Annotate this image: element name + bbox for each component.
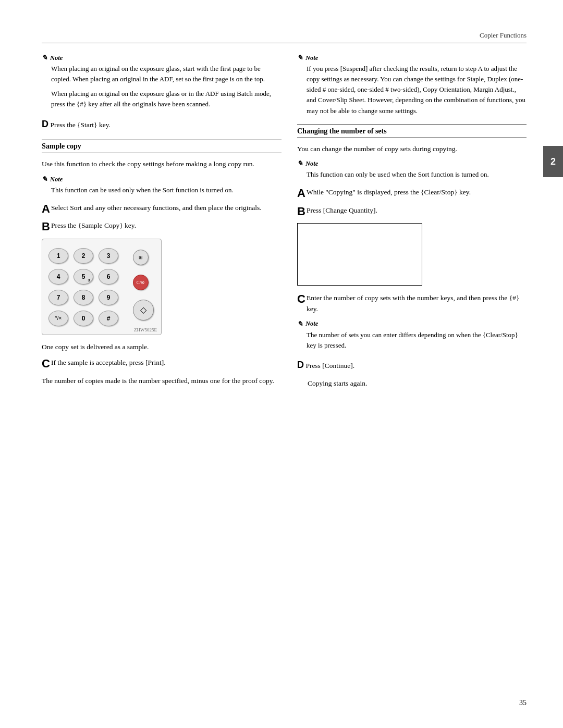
changing-sets-heading: Changing the number of sets — [297, 125, 527, 138]
key-7: 7 — [48, 290, 68, 305]
left-step-b: B Press the {Sample Copy} key. — [42, 220, 282, 233]
right-step-a: A While "Copying" is displayed, press th… — [297, 187, 527, 200]
sample-copy-heading: Sample copy — [42, 140, 282, 153]
step-b-text: Press the {Sample Copy} key. — [51, 220, 136, 231]
two-columns: ✎ Note When placing an original on the e… — [42, 54, 527, 394]
key-6: 6 — [99, 269, 118, 285]
key-0: 0 — [74, 311, 93, 326]
left-step-a: A Select Sort and any other necessary fu… — [42, 203, 282, 215]
right-step-a-letter: A — [297, 187, 305, 200]
side-tab: 2 — [543, 146, 563, 177]
right-step-d-letter: D — [297, 360, 304, 370]
keypad-wrapper: 1 2 3 4 53 6 7 8 9 */× 0 # ⊞ — [42, 239, 282, 335]
right-step-d: D Press [Continue]. — [297, 358, 527, 373]
step-d-letter: D — [42, 119, 48, 129]
right-note-3: ✎ Note The number of sets you can enter … — [297, 320, 527, 351]
key-9: 9 — [99, 290, 118, 305]
step-c-text: If the sample is acceptable, press [Prin… — [51, 357, 166, 368]
header-title: Copier Functions — [480, 31, 527, 40]
right-step-c-letter: C — [297, 293, 305, 305]
note-icon-1: ✎ — [42, 54, 47, 62]
right-step-d-text: Press [Continue]. — [305, 362, 354, 369]
step-a-text: Select Sort and any other necessary func… — [51, 203, 262, 214]
keypad-image: 1 2 3 4 53 6 7 8 9 */× 0 # ⊞ — [42, 239, 162, 335]
keypad-right-keys: ⊞ C/⊗ ◇ — [133, 250, 154, 320]
key-function: ⊞ — [133, 250, 149, 265]
right-body-text: You can change the number of copy sets d… — [297, 143, 527, 155]
right-step-b-text: Press [Change Quantity]. — [307, 205, 377, 216]
note-icon-r3: ✎ — [297, 320, 303, 328]
left-step-d: D Press the {Start} key. — [42, 117, 282, 132]
right-note-1-text: If you press [Suspend] after checking th… — [297, 64, 527, 116]
key-8: 8 — [74, 290, 93, 305]
key-hash: # — [99, 311, 118, 326]
after-c-text: The number of copies made is the number … — [42, 375, 282, 387]
right-note-2-label: ✎ Note — [297, 159, 527, 168]
left-note-2-label: ✎ Note — [42, 175, 282, 183]
note-icon-r2: ✎ — [297, 159, 303, 168]
left-note-1-text-1: When placing an original on the exposure… — [42, 64, 282, 84]
right-note-3-label: ✎ Note — [297, 320, 527, 328]
step-d-text: Press the {Start} key. — [50, 121, 111, 129]
key-clear: C/⊗ — [133, 275, 149, 290]
right-note-3-text: The number of sets you can enter differs… — [297, 330, 527, 351]
page: Copier Functions 2 ✎ Note When placing a… — [0, 0, 563, 728]
step-a-letter: A — [42, 203, 50, 215]
key-start: ◇ — [133, 300, 154, 320]
right-step-c-text: Enter the number of copy sets with the n… — [307, 293, 527, 315]
right-note-2-text: This function can only be used when the … — [297, 169, 527, 180]
right-column: ✎ Note If you press [Suspend] after chec… — [297, 54, 527, 394]
keypad-label: ZHW5025E — [134, 327, 157, 332]
step-b-letter: B — [42, 220, 50, 233]
right-step-b: B Press [Change Quantity]. — [297, 205, 527, 218]
left-column: ✎ Note When placing an original on the e… — [42, 54, 282, 394]
step-c-letter: C — [42, 357, 50, 370]
page-number: 35 — [519, 699, 527, 707]
sample-copy-body: Use this function to check the copy sett… — [42, 158, 282, 170]
left-note-1-label: ✎ Note — [42, 54, 282, 62]
key-2: 2 — [74, 248, 93, 264]
right-note-1-label: ✎ Note — [297, 54, 527, 62]
left-note-2-text: This function can be used only when the … — [42, 185, 282, 195]
right-step-c: C Enter the number of copy sets with the… — [297, 293, 527, 315]
left-note-1-text-2: When placing an original on the exposure… — [42, 89, 282, 109]
note-icon-2: ✎ — [42, 175, 47, 183]
key-star: */× — [48, 311, 68, 326]
left-note-1: ✎ Note When placing an original on the e… — [42, 54, 282, 110]
right-step-a-text: While "Copying" is displayed, press the … — [307, 187, 471, 198]
key-1: 1 — [48, 248, 68, 264]
key-3: 3 — [99, 248, 118, 264]
right-step-b-letter: B — [297, 205, 305, 218]
after-d-text: Copying starts again. — [297, 378, 527, 389]
left-step-c: C If the sample is acceptable, press [Pr… — [42, 357, 282, 370]
display-box — [297, 223, 422, 286]
right-note-1: ✎ Note If you press [Suspend] after chec… — [297, 54, 527, 116]
key-4: 4 — [48, 269, 68, 285]
key-5: 53 — [74, 269, 93, 285]
right-note-2: ✎ Note This function can only be used wh… — [297, 159, 527, 180]
page-header: Copier Functions — [42, 31, 527, 43]
note-icon-r1: ✎ — [297, 54, 303, 62]
after-keypad-text: One copy set is delivered as a sample. — [42, 341, 282, 353]
left-note-2: ✎ Note This function can be used only wh… — [42, 175, 282, 195]
